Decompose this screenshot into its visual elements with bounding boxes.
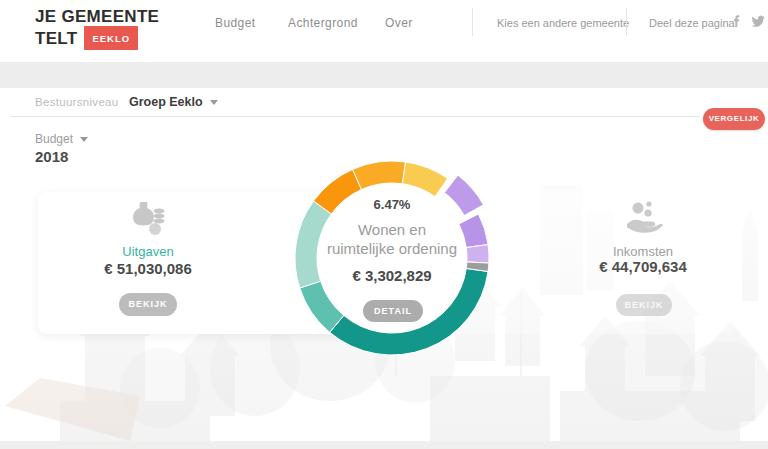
budget-dropdown[interactable]: Budget — [35, 132, 88, 146]
level-label: Bestuursniveau — [35, 96, 118, 108]
segment-label-line1: Wonen en — [302, 220, 482, 239]
page: JE GEMEENTE TELT EEKLO Budget Achtergron… — [0, 0, 768, 449]
chevron-down-icon — [210, 100, 218, 105]
nav-item-achtergrond[interactable]: Achtergrond — [288, 16, 358, 30]
detail-button[interactable]: DETAIL — [363, 300, 423, 322]
logo-text-line1: JE GEMEENTE — [35, 7, 159, 26]
level-value: Groep Eeklo — [129, 95, 203, 109]
segment-percent: 6.47% — [302, 197, 482, 212]
choose-municipality-link[interactable]: Kies een andere gemeente — [497, 17, 629, 29]
expenses-amount: € 51,030,086 — [38, 260, 258, 277]
budget-label: Budget — [35, 132, 73, 146]
facebook-icon[interactable] — [729, 13, 745, 29]
twitter-icon[interactable] — [750, 13, 766, 29]
chevron-down-icon — [80, 137, 88, 142]
level-selector-row: Bestuursniveau Groep Eeklo — [0, 88, 768, 116]
hand-coins-icon — [622, 199, 664, 237]
income-amount: € 44,709,634 — [553, 258, 733, 275]
share-label: Deel deze pagina: — [649, 17, 738, 29]
money-bags-icon — [127, 198, 169, 238]
expenses-view-button[interactable]: BEKIJK — [119, 293, 177, 316]
header-divider — [626, 8, 627, 36]
header-gray-band — [0, 62, 768, 88]
income-view-button[interactable]: BEKIJK — [616, 294, 672, 316]
budget-year: 2018 — [35, 148, 88, 165]
segment-amount: € 3,302,829 — [302, 267, 482, 284]
expenses-title: Uitgaven — [38, 244, 258, 259]
level-dropdown[interactable]: Groep Eeklo — [129, 95, 218, 109]
income-title: Inkomsten — [553, 244, 733, 259]
logo-text-line2: TELT — [35, 29, 77, 48]
donut-center-info: 6.47% Wonen en ruimtelijke ordening € 3,… — [302, 197, 482, 284]
divider-line — [10, 116, 700, 117]
header: JE GEMEENTE TELT EEKLO Budget Achtergron… — [0, 0, 768, 62]
segment-label: Wonen en ruimtelijke ordening — [302, 220, 482, 258]
nav-item-budget[interactable]: Budget — [215, 16, 255, 30]
site-logo[interactable]: JE GEMEENTE TELT EEKLO — [35, 7, 159, 50]
nav-item-over[interactable]: Over — [385, 16, 413, 30]
header-divider — [472, 8, 473, 36]
budget-year-selector: Budget 2018 — [35, 132, 88, 165]
footer-strip — [0, 441, 768, 449]
compare-button[interactable]: VERGELIJK — [703, 108, 765, 130]
segment-label-line2: ruimtelijke ordening — [302, 239, 482, 258]
municipality-badge: EEKLO — [84, 26, 138, 50]
